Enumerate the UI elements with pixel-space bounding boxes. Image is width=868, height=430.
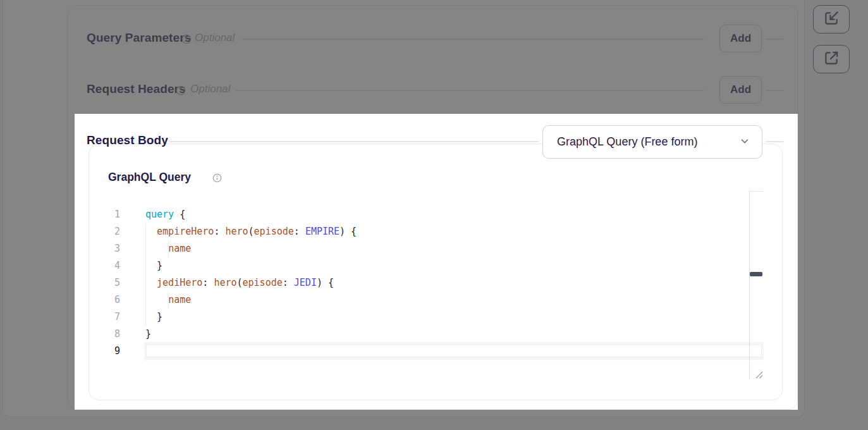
code-line: query {	[145, 206, 357, 223]
request-body-label: Request Body	[87, 133, 168, 147]
editor-scroll-cap	[749, 191, 763, 192]
line-number: 2	[94, 223, 120, 240]
code-line: name	[145, 292, 357, 309]
line-number: 8	[94, 326, 120, 343]
divider	[766, 39, 784, 40]
line-number: 9	[94, 343, 120, 360]
divider	[169, 141, 539, 142]
open-external-button[interactable]	[813, 45, 850, 73]
line-number: 5	[94, 274, 120, 292]
query-parameters-label: Query Parameters	[87, 31, 191, 45]
divider	[236, 90, 704, 91]
line-number: 6	[94, 292, 120, 309]
add-request-header-button[interactable]: Add	[719, 76, 762, 104]
body-type-selected-value: GraphQL Query (Free form)	[557, 135, 697, 149]
line-number: 3	[94, 240, 120, 257]
divider	[766, 141, 784, 142]
code-line: jediHero: hero(episode: JEDI) {	[145, 274, 357, 292]
open-in-editor-button[interactable]	[813, 5, 850, 34]
line-number: 7	[94, 309, 120, 326]
editor-gutter: 123456789	[94, 206, 120, 360]
resize-grip-icon[interactable]	[754, 370, 764, 382]
code-line: name	[145, 240, 357, 257]
divider	[242, 39, 704, 40]
info-icon	[181, 34, 192, 44]
code-line: }	[145, 257, 357, 274]
optional-badge: Optional	[195, 32, 235, 44]
body-type-select[interactable]: GraphQL Query (Free form)	[542, 125, 762, 159]
add-query-parameter-button[interactable]: Add	[719, 25, 762, 52]
graphql-query-label: GraphQL Query	[108, 171, 191, 184]
edit-import-square-icon	[823, 10, 840, 29]
info-icon	[176, 85, 186, 95]
editor-code[interactable]: query { empireHero: hero(episode: EMPIRE…	[145, 206, 357, 360]
info-icon	[212, 173, 222, 183]
code-line: }	[145, 309, 357, 326]
external-link-icon	[823, 50, 840, 69]
divider	[766, 90, 784, 91]
code-line: empireHero: hero(episode: EMPIRE) {	[145, 223, 357, 240]
line-number: 1	[94, 206, 120, 223]
editor-scrollbar-thumb[interactable]	[750, 272, 762, 276]
optional-badge: Optional	[190, 83, 230, 95]
request-headers-label: Request Headers	[87, 82, 186, 96]
line-number: 4	[94, 257, 120, 274]
editor-scrollbar-track	[749, 191, 750, 379]
code-line	[145, 343, 357, 360]
chevron-down-icon	[739, 135, 750, 149]
code-line: }	[145, 326, 357, 343]
